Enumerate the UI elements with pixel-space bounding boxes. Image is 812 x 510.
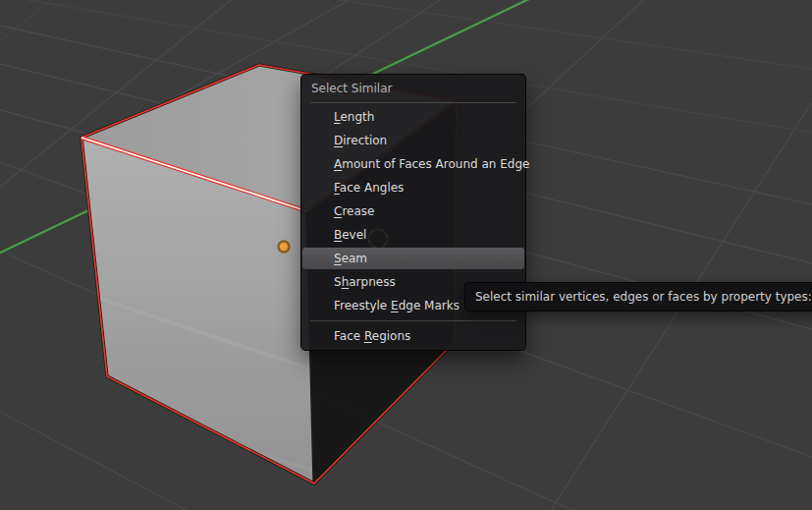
menu-item-bevel[interactable]: Bevel (301, 223, 525, 247)
blender-viewport-screen: { "colors": { "bg": "#3c3c3c", "grid": "… (0, 0, 812, 510)
tooltip-text: Select similar vertices, edges or faces … (475, 290, 812, 304)
menu-item-crease[interactable]: Crease (301, 199, 525, 223)
origin-dot[interactable] (279, 242, 290, 253)
menu-separator-2 (310, 320, 516, 321)
tooltip: Select similar vertices, edges or faces … (464, 282, 812, 312)
menu-title: Select Similar (301, 75, 525, 102)
menu-item-face-angles[interactable]: Face Angles (301, 176, 525, 199)
menu-item-amount-of-faces[interactable]: Amount of Faces Around an Edge (301, 152, 525, 176)
menu-separator (310, 102, 516, 103)
menu-item-length[interactable]: Length (301, 105, 525, 129)
menu-item-seam[interactable]: Seam (302, 248, 524, 269)
menu-item-face-regions[interactable]: Face Regions (301, 324, 525, 348)
menu-item-direction[interactable]: Direction (301, 129, 525, 152)
